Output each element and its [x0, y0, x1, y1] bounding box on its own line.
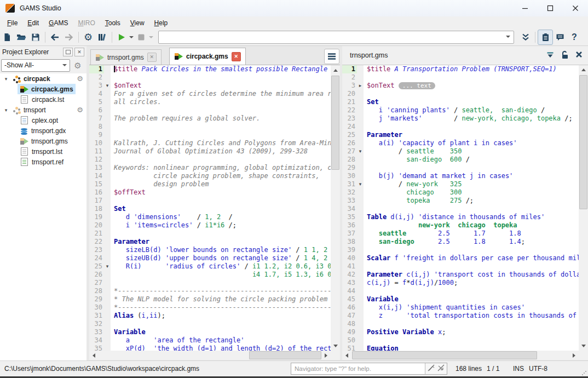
float-panel-button[interactable] — [63, 48, 73, 56]
gams-parameters-combobox[interactable] — [158, 31, 514, 44]
explorer-settings-button[interactable]: ⚙ — [70, 61, 85, 70]
follow-disabled-icon[interactable] — [437, 364, 445, 373]
fold-gutter — [357, 238, 364, 246]
scroll-left-button[interactable] — [89, 351, 99, 360]
line-number: 36 — [342, 221, 357, 230]
fold-marker-icon[interactable]: ▸ — [357, 82, 364, 90]
line-number: 33 — [342, 197, 357, 205]
line-number: 26 — [89, 271, 104, 279]
line-number: 28 — [342, 156, 357, 164]
tree-item-cplex.opt[interactable]: cplex.opt — [0, 115, 87, 125]
fold-gutter — [357, 213, 364, 221]
tree-item-trnsport.gdx[interactable]: trnsport.gdx — [0, 125, 87, 136]
run-options-dropdown[interactable] — [129, 30, 134, 44]
line-number: 49 — [342, 328, 357, 336]
tree-item-trnsport.ref[interactable]: trnsport.ref — [0, 157, 87, 167]
new-file-button[interactable] — [0, 30, 14, 44]
scroll-right-button[interactable] — [321, 351, 331, 360]
minimize-button[interactable] — [512, 0, 538, 16]
right-vertical-scrollbar[interactable] — [579, 65, 588, 351]
model-library-button[interactable] — [95, 30, 109, 44]
fold-gutter — [104, 271, 111, 279]
menu-tools[interactable]: Tools — [100, 18, 125, 28]
line-number: 22 — [89, 238, 104, 246]
scrollbar-thumb[interactable] — [352, 351, 537, 359]
scroll-down-button[interactable] — [579, 341, 588, 351]
stop-options-dropdown[interactable] — [148, 30, 154, 44]
tab-trnsport.gms[interactable]: trnsport.gms✕ — [90, 49, 162, 65]
tree-item-trnsport.gms[interactable]: trnsport.gms — [0, 136, 87, 146]
close-panel-button[interactable]: ✕ — [74, 48, 84, 56]
center-code-editor[interactable]: 1$title Pack Circles in the smallest pos… — [89, 65, 331, 351]
scrollbar-thumb[interactable] — [331, 76, 339, 170]
menu-view[interactable]: View — [125, 18, 149, 28]
scrollbar-thumb[interactable] — [579, 75, 587, 209]
close-split-icon[interactable] — [575, 51, 583, 60]
scroll-down-button[interactable] — [331, 341, 340, 351]
show-output-button[interactable] — [538, 30, 553, 45]
code-text — [364, 287, 579, 295]
filter-value: -Show All- — [4, 61, 34, 69]
right-code-editor[interactable]: 1$title A Transportation Problem (TRNSPO… — [342, 65, 579, 351]
scroll-right-button[interactable] — [569, 351, 579, 360]
extended-parameters-button[interactable] — [518, 30, 533, 44]
maximize-button[interactable] — [538, 0, 563, 16]
tree-item-circpack[interactable]: ▾circpack⚙ — [0, 73, 87, 84]
fold-marker-icon[interactable]: ▾ — [357, 180, 364, 188]
tree-item-trnsport[interactable]: ▾trnsport⚙ — [0, 105, 87, 115]
menu-file[interactable]: File — [2, 18, 22, 28]
menu-help[interactable]: Help — [149, 18, 173, 28]
tree-item-circpack.lst[interactable]: circpack.lst — [0, 94, 87, 105]
tab-close-button[interactable]: ✕ — [147, 53, 157, 62]
unlock-icon[interactable] — [560, 50, 570, 61]
scroll-left-button[interactable] — [342, 351, 351, 360]
menu-edit[interactable]: Edit — [22, 18, 44, 28]
project-options-gear-icon[interactable]: ⚙ — [77, 75, 83, 82]
settings-button[interactable]: ⚙ — [81, 30, 95, 44]
line-number: 35 — [342, 213, 357, 221]
expand-arrow-icon[interactable]: ▾ — [2, 107, 10, 113]
bookmark-disabled-icon[interactable] — [427, 364, 435, 373]
fold-gutter — [104, 246, 111, 254]
tree-item-circpack.gms[interactable]: circpack.gms — [0, 84, 87, 94]
fold-gutter — [104, 221, 111, 230]
show-filter-select[interactable]: -Show All- — [1, 59, 70, 72]
menu-miro[interactable]: MIRO — [73, 18, 100, 28]
menu-gams[interactable]: GAMS — [44, 18, 73, 28]
code-line: 2 — [342, 73, 579, 82]
center-vertical-scrollbar[interactable] — [331, 65, 340, 351]
log-comment-button[interactable] — [553, 30, 567, 44]
split-options-dropdown-icon[interactable] — [546, 51, 555, 60]
fold-marker-icon[interactable]: ▾ — [104, 262, 111, 271]
right-horizontal-scrollbar[interactable] — [342, 351, 579, 360]
tab-circpack.gms[interactable]: circpack.gms✕ — [169, 48, 246, 65]
expand-arrow-icon[interactable]: ▾ — [2, 76, 10, 82]
navigator-input[interactable]: Navigator: type "?" for help. — [291, 363, 447, 375]
back-button[interactable] — [48, 30, 62, 44]
line-number: 6 — [89, 106, 104, 114]
fold-gutter — [104, 328, 111, 336]
editor-menu-button[interactable] — [324, 49, 339, 64]
fold-gutter — [104, 147, 111, 156]
help-button[interactable]: ? — [567, 30, 581, 44]
open-file-button[interactable] — [14, 30, 28, 44]
line-number: 9 — [89, 131, 104, 139]
close-button[interactable] — [563, 0, 588, 16]
center-horizontal-scrollbar[interactable] — [89, 351, 331, 360]
save-button[interactable] — [28, 30, 43, 44]
fold-marker-icon[interactable]: ▾ — [104, 82, 111, 90]
resize-grip[interactable] — [582, 371, 586, 375]
tree-item-trnsport.lst[interactable]: trnsport.lst — [0, 146, 87, 157]
project-options-gear-icon[interactable]: ⚙ — [77, 106, 83, 113]
scrollbar-thumb[interactable] — [249, 351, 321, 359]
run-button[interactable] — [114, 30, 129, 44]
tab-close-button[interactable]: ✕ — [232, 52, 241, 61]
forward-button[interactable] — [62, 30, 76, 44]
scroll-up-button[interactable] — [579, 65, 588, 75]
code-text: Parameter — [364, 131, 579, 139]
fold-marker-icon[interactable]: ▾ — [357, 147, 364, 156]
fold-gutter — [104, 287, 111, 295]
fold-gutter — [357, 262, 364, 271]
scroll-up-button[interactable] — [331, 66, 340, 75]
stop-button[interactable] — [134, 30, 148, 44]
